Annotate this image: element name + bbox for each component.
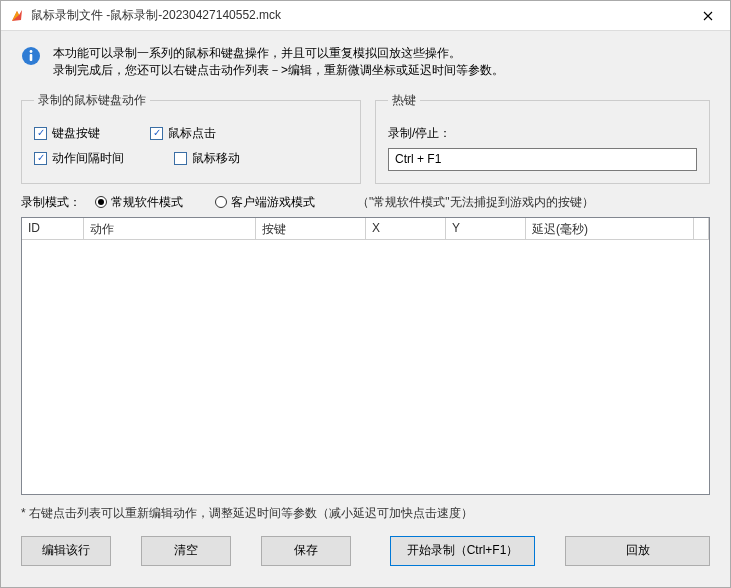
edit-row-button[interactable]: 编辑该行 <box>21 536 111 566</box>
radio-client-label: 客户端游戏模式 <box>231 194 315 211</box>
col-delay[interactable]: 延迟(毫秒) <box>526 218 694 240</box>
hotkey-input[interactable] <box>388 148 697 171</box>
start-record-button[interactable]: 开始录制（Ctrl+F1） <box>390 536 535 566</box>
mode-note: （"常规软件模式"无法捕捉到游戏内的按键） <box>357 194 594 211</box>
checkbox-mouse-click[interactable]: ✓ 鼠标点击 <box>150 125 216 142</box>
radio-client-mode[interactable]: 客户端游戏模式 <box>215 194 315 211</box>
playback-button[interactable]: 回放 <box>565 536 710 566</box>
info-line2: 录制完成后，您还可以右键点击动作列表－>编辑，重新微调坐标或延迟时间等参数。 <box>53 63 504 77</box>
checkbox-keyboard[interactable]: ✓ 键盘按键 <box>34 125 100 142</box>
action-table[interactable]: ID 动作 按键 X Y 延迟(毫秒) <box>21 217 710 495</box>
svg-point-1 <box>30 50 33 53</box>
checkbox-empty-icon <box>174 152 187 165</box>
table-body[interactable] <box>22 240 709 494</box>
checkbox-keyboard-label: 键盘按键 <box>52 125 100 142</box>
info-panel: 本功能可以录制一系列的鼠标和键盘操作，并且可以重复模拟回放这些操作。 录制完成后… <box>1 31 730 92</box>
check-icon: ✓ <box>34 127 47 140</box>
col-y[interactable]: Y <box>446 218 526 240</box>
fieldset-actions-legend: 录制的鼠标键盘动作 <box>34 92 150 109</box>
info-icon <box>21 46 41 66</box>
col-action[interactable]: 动作 <box>84 218 256 240</box>
save-button[interactable]: 保存 <box>261 536 351 566</box>
checkbox-interval-label: 动作间隔时间 <box>52 150 124 167</box>
check-icon: ✓ <box>150 127 163 140</box>
clear-button[interactable]: 清空 <box>141 536 231 566</box>
window: 鼠标录制文件 -鼠标录制-20230427140552.mck 本功能可以录制一… <box>0 0 731 588</box>
fieldset-hotkey-legend: 热键 <box>388 92 420 109</box>
col-key[interactable]: 按键 <box>256 218 366 240</box>
button-row: 编辑该行 清空 保存 开始录制（Ctrl+F1） 回放 <box>1 530 730 580</box>
app-icon <box>9 8 25 24</box>
fieldset-actions: 录制的鼠标键盘动作 ✓ 键盘按键 ✓ 鼠标点击 ✓ 动作间隔时间 鼠标 <box>21 92 361 184</box>
close-button[interactable] <box>685 1 730 31</box>
hint-text: * 右键点击列表可以重新编辑动作，调整延迟时间等参数（减小延迟可加快点击速度） <box>1 495 730 530</box>
checkbox-mouse-click-label: 鼠标点击 <box>168 125 216 142</box>
col-id[interactable]: ID <box>22 218 84 240</box>
col-spacer <box>694 218 709 240</box>
info-line1: 本功能可以录制一系列的鼠标和键盘操作，并且可以重复模拟回放这些操作。 <box>53 46 461 60</box>
col-x[interactable]: X <box>366 218 446 240</box>
hotkey-label: 录制/停止： <box>388 125 697 142</box>
checkbox-interval[interactable]: ✓ 动作间隔时间 <box>34 150 124 167</box>
fieldset-hotkey: 热键 录制/停止： <box>375 92 710 184</box>
fieldset-row: 录制的鼠标键盘动作 ✓ 键盘按键 ✓ 鼠标点击 ✓ 动作间隔时间 鼠标 <box>1 92 730 184</box>
radio-checked-icon <box>95 196 107 208</box>
checkbox-mouse-move[interactable]: 鼠标移动 <box>174 150 240 167</box>
window-title: 鼠标录制文件 -鼠标录制-20230427140552.mck <box>31 7 685 24</box>
radio-normal-label: 常规软件模式 <box>111 194 183 211</box>
checkbox-mouse-move-label: 鼠标移动 <box>192 150 240 167</box>
check-icon: ✓ <box>34 152 47 165</box>
svg-rect-2 <box>30 54 33 61</box>
mode-row: 录制模式： 常规软件模式 客户端游戏模式 （"常规软件模式"无法捕捉到游戏内的按… <box>1 184 730 217</box>
titlebar: 鼠标录制文件 -鼠标录制-20230427140552.mck <box>1 1 730 31</box>
radio-normal-mode[interactable]: 常规软件模式 <box>95 194 183 211</box>
info-text: 本功能可以录制一系列的鼠标和键盘操作，并且可以重复模拟回放这些操作。 录制完成后… <box>53 45 504 80</box>
table-header: ID 动作 按键 X Y 延迟(毫秒) <box>22 218 709 240</box>
radio-unchecked-icon <box>215 196 227 208</box>
mode-label: 录制模式： <box>21 194 81 211</box>
